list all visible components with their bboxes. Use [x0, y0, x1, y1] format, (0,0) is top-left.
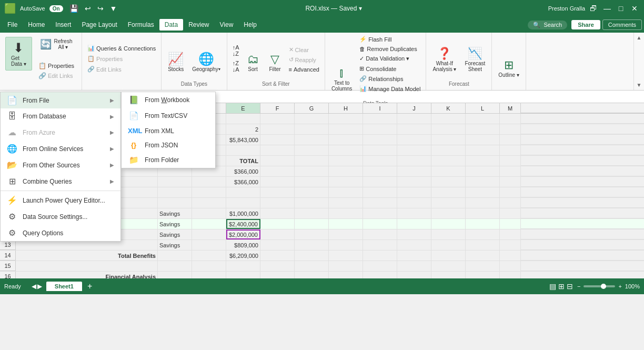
cell-I5[interactable]: [363, 156, 397, 166]
cell-K15[interactable]: [431, 261, 466, 271]
edit-links2-button[interactable]: 🔗 Edit Links: [85, 65, 158, 74]
cell-J13[interactable]: [397, 240, 431, 250]
refresh-all-button[interactable]: 🔄 Refresh All ▾: [36, 37, 76, 52]
cell-K13[interactable]: [431, 240, 466, 250]
cell-M16[interactable]: [500, 272, 521, 278]
cell-M7[interactable]: [500, 177, 521, 187]
cell-E14[interactable]: $6,209,000: [226, 251, 260, 261]
cell-B15[interactable]: [16, 261, 158, 271]
cell-K3[interactable]: [431, 135, 466, 145]
cell-J5[interactable]: [397, 156, 431, 166]
cell-H14[interactable]: [329, 251, 363, 261]
comments-button[interactable]: Comments: [602, 19, 642, 30]
cell-I6[interactable]: [363, 166, 397, 176]
cell-F9[interactable]: [260, 198, 295, 208]
menu-item-from-file[interactable]: 📄 From File ▶: [1, 92, 120, 108]
menu-item-from-azure[interactable]: ☁ From Azure ▶: [1, 124, 120, 141]
cell-E10[interactable]: $1,000,000: [226, 208, 260, 218]
cell-H3[interactable]: [329, 135, 363, 145]
minimize-icon[interactable]: —: [602, 3, 612, 14]
cell-K16[interactable]: [431, 272, 466, 278]
cell-D12[interactable]: [192, 229, 226, 239]
cell-G14[interactable]: [295, 251, 329, 261]
menu-file[interactable]: File: [2, 19, 23, 31]
cell-E9[interactable]: [226, 198, 260, 208]
cell-M1[interactable]: [500, 114, 521, 124]
cell-F8[interactable]: [260, 187, 295, 197]
cell-M11[interactable]: [500, 219, 521, 229]
submenu-item-xml[interactable]: XML From XML: [122, 124, 215, 138]
cell-D9[interactable]: [192, 198, 226, 208]
cell-E2[interactable]: 2: [226, 124, 260, 134]
maximize-icon[interactable]: □: [616, 3, 626, 14]
text-to-columns-button[interactable]: ⫿ Text toColumns: [328, 65, 355, 93]
cell-C9[interactable]: [158, 198, 192, 208]
menu-item-from-online[interactable]: 🌐 From Online Services ▶: [1, 141, 120, 157]
cell-F1[interactable]: [260, 114, 295, 124]
cell-E16[interactable]: [226, 272, 260, 278]
cell-E12[interactable]: $2,000,000: [226, 229, 260, 239]
cell-I13[interactable]: [363, 240, 397, 250]
cell-M4[interactable]: [500, 145, 521, 155]
cell-H11[interactable]: [329, 219, 363, 229]
cell-F12[interactable]: [260, 229, 295, 239]
cell-B16[interactable]: Financial Analysis: [16, 272, 158, 278]
cell-G1[interactable]: [295, 114, 329, 124]
cell-D11[interactable]: [192, 219, 226, 229]
cell-C7[interactable]: [158, 177, 192, 187]
cell-E6[interactable]: $366,000: [226, 166, 260, 176]
queries-connections-button[interactable]: 📊 Queries & Connections: [85, 44, 158, 53]
cell-L10[interactable]: [466, 208, 500, 218]
cell-G2[interactable]: [295, 124, 329, 134]
zoom-out-icon[interactable]: −: [577, 283, 580, 289]
col-header-J[interactable]: J: [397, 103, 431, 113]
tab-scroll-right[interactable]: ▶: [37, 283, 42, 290]
get-data-button[interactable]: ⬇ GetData ▾: [5, 37, 32, 71]
menu-data[interactable]: Data: [159, 19, 183, 31]
cell-L1[interactable]: [466, 114, 500, 124]
cell-J1[interactable]: [397, 114, 431, 124]
cell-H2[interactable]: [329, 124, 363, 134]
cell-F7[interactable]: [260, 177, 295, 187]
cell-H9[interactable]: [329, 198, 363, 208]
menu-item-combine[interactable]: ⊞ Combine Queries ▶: [1, 173, 120, 189]
col-header-M[interactable]: M: [500, 103, 521, 113]
cell-M13[interactable]: [500, 240, 521, 250]
from-file-submenu[interactable]: 📗 From Workbook 📄 From Text/CSV XML From…: [121, 92, 216, 168]
cell-K8[interactable]: [431, 187, 466, 197]
save-icon[interactable]: 💾: [67, 3, 80, 14]
col-header-L[interactable]: L: [466, 103, 500, 113]
get-data-menu[interactable]: 📄 From File ▶ 🗄 From Database ▶ ☁ From A…: [0, 92, 121, 242]
cell-M8[interactable]: [500, 187, 521, 197]
cell-K4[interactable]: [431, 145, 466, 155]
cell-G8[interactable]: [295, 187, 329, 197]
cell-M12[interactable]: [500, 229, 521, 239]
zoom-in-icon[interactable]: +: [618, 283, 621, 289]
cell-M5[interactable]: [500, 156, 521, 166]
menu-review[interactable]: Review: [183, 19, 214, 31]
outline-button[interactable]: ⊞ Outline ▾: [495, 57, 522, 79]
what-if-button[interactable]: ❓ What-IfAnalysis ▾: [429, 45, 459, 74]
page-break-view-icon[interactable]: ⊟: [567, 282, 573, 291]
cell-J2[interactable]: [397, 124, 431, 134]
cell-E1[interactable]: [226, 114, 260, 124]
cell-M9[interactable]: [500, 198, 521, 208]
cell-M3[interactable]: [500, 135, 521, 145]
cell-J7[interactable]: [397, 177, 431, 187]
search-box[interactable]: 🔍 Search: [528, 21, 567, 29]
cell-J4[interactable]: [397, 145, 431, 155]
cell-C15[interactable]: [158, 261, 192, 271]
page-layout-view-icon[interactable]: ⊞: [558, 282, 565, 291]
cell-G11[interactable]: [295, 219, 329, 229]
cell-L7[interactable]: [466, 177, 500, 187]
cell-E15[interactable]: [226, 261, 260, 271]
cell-I7[interactable]: [363, 177, 397, 187]
cell-H6[interactable]: [329, 166, 363, 176]
cell-J6[interactable]: [397, 166, 431, 176]
cell-B14[interactable]: Total Benefits: [16, 251, 158, 261]
cell-I3[interactable]: [363, 135, 397, 145]
submenu-item-folder[interactable]: 📁 From Folder: [122, 152, 215, 168]
cell-C12[interactable]: Savings: [158, 229, 192, 239]
col-header-K[interactable]: K: [431, 103, 466, 113]
cell-M15[interactable]: [500, 261, 521, 271]
